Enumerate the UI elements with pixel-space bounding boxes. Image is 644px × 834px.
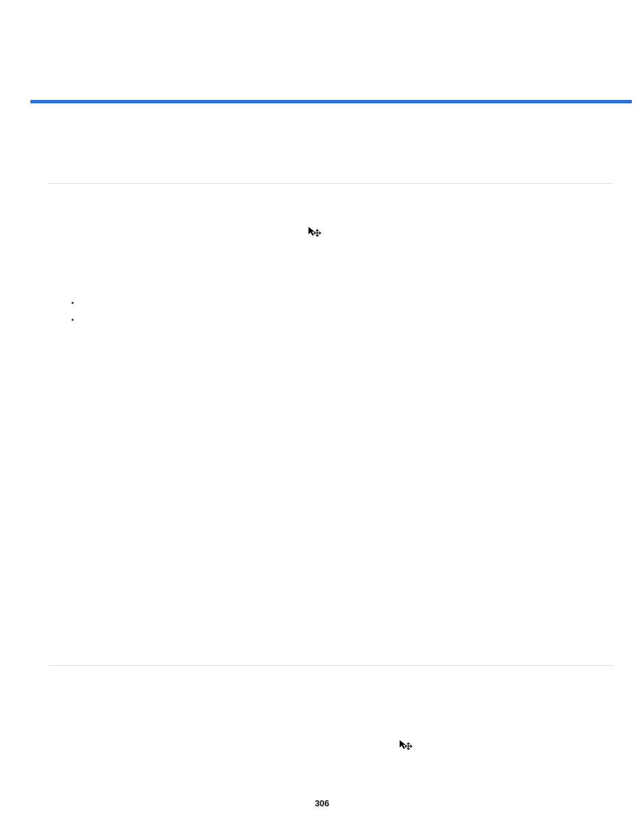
chapter-heading-rule <box>30 100 632 103</box>
list-bullet <box>72 302 74 304</box>
document-page: 306 <box>0 0 644 834</box>
section-divider <box>49 183 613 184</box>
move-cursor-icon <box>308 226 321 237</box>
page-number: 306 <box>0 798 644 808</box>
move-cursor-icon <box>399 739 412 750</box>
section-divider <box>49 665 613 666</box>
list-bullet <box>72 319 74 321</box>
